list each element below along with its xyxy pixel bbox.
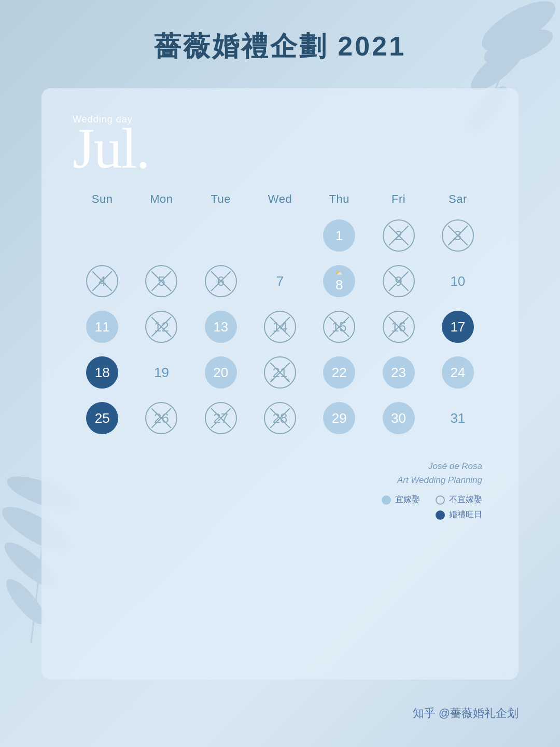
day-num-29: 29 (323, 402, 355, 434)
legend-inauspicious: 不宜嫁娶 (436, 494, 482, 505)
day-sun: Sun (73, 192, 132, 206)
day-num-27: 27 (205, 402, 237, 434)
legend-label-best: 婚禮旺日 (449, 509, 482, 520)
calendar-header: Sun Mon Tue Wed Thu Fri Sar (73, 192, 487, 206)
day-num-31: 31 (442, 402, 474, 434)
day-19: 19 (132, 352, 191, 393)
day-num-24: 24 (442, 356, 474, 389)
day-num-12: 12 (145, 311, 177, 343)
legend-dot-inauspicious (436, 495, 445, 505)
day-7: 7 (250, 261, 310, 301)
day-num-22: 22 (323, 356, 355, 389)
calendar: Sun Mon Tue Wed Thu Fri Sar 1 2 3 4 5 6 … (73, 192, 487, 438)
day-mon: Mon (132, 192, 191, 206)
day-28: 28 (250, 398, 310, 438)
day-sar: Sar (428, 192, 487, 206)
day-26: 26 (132, 398, 191, 438)
legend-items: 宜嫁娶 不宜嫁娶 (73, 494, 482, 505)
day-num-7: 7 (264, 265, 296, 297)
day-num-4: 4 (86, 265, 118, 297)
day-9: 9 (369, 261, 428, 301)
day-num-3: 3 (442, 219, 474, 252)
day-num-5: 5 (145, 265, 177, 297)
day-num-14: 14 (264, 311, 296, 343)
day-num-13: 13 (205, 311, 237, 343)
day-tue: Tue (191, 192, 250, 206)
day-cell-empty4 (250, 215, 310, 256)
day-num-17: 17 (442, 311, 474, 343)
day-21: 21 (250, 352, 310, 393)
day-4: 4 (73, 261, 132, 301)
day-num-20: 20 (205, 356, 237, 389)
day-27: 27 (191, 398, 250, 438)
day-num-19: 19 (145, 356, 177, 389)
legend-row2: 婚禮旺日 (73, 509, 482, 520)
legend-area: José de Rosa Art Wedding Planning 宜嫁娶 不宜… (73, 459, 487, 520)
day-cell-empty1 (73, 215, 132, 256)
day-thu: Thu (310, 192, 369, 206)
day-17: 17 (428, 307, 487, 347)
day-num-9: 9 (383, 265, 415, 297)
legend-dot-auspicious (382, 495, 391, 505)
day-num-10: 10 (442, 265, 474, 297)
day-11: 11 (73, 307, 132, 347)
day-1: 1 (310, 215, 369, 256)
day-18: 18 (73, 352, 132, 393)
day-num-15: 15 (323, 311, 355, 343)
day-22: 22 (310, 352, 369, 393)
day-num-21: 21 (264, 356, 296, 389)
day-num-16: 16 (383, 311, 415, 343)
calendar-card: Wedding day Jul. Sun Mon Tue Wed Thu Fri… (41, 88, 519, 680)
day-wed: Wed (250, 192, 310, 206)
day-30: 30 (369, 398, 428, 438)
day-24: 24 (428, 352, 487, 393)
day-fri: Fri (369, 192, 428, 206)
legend-best: 婚禮旺日 (436, 509, 482, 520)
day-num-25: 25 (86, 402, 118, 434)
day-5: 5 (132, 261, 191, 301)
day-num-26: 26 (145, 402, 177, 434)
day-12: 12 (132, 307, 191, 347)
day-num-2: 2 (383, 219, 415, 252)
day-8: ⛅ 8 (310, 261, 369, 301)
day-20: 20 (191, 352, 250, 393)
day-6: 6 (191, 261, 250, 301)
day-num-11: 11 (86, 311, 118, 343)
legend-label-auspicious: 宜嫁娶 (395, 494, 420, 505)
day-num-30: 30 (383, 402, 415, 434)
day-16: 16 (369, 307, 428, 347)
brand-name: José de Rosa Art Wedding Planning (73, 459, 482, 487)
legend-dot-best (436, 510, 445, 520)
day-15: 15 (310, 307, 369, 347)
day-10: 10 (428, 261, 487, 301)
legend-auspicious: 宜嫁娶 (382, 494, 420, 505)
month-title: Jul. (73, 120, 487, 177)
day-25: 25 (73, 398, 132, 438)
day-num-8: ⛅ 8 (323, 265, 355, 297)
legend-label-inauspicious: 不宜嫁娶 (449, 494, 482, 505)
day-cell-empty2 (132, 215, 191, 256)
day-cell-empty3 (191, 215, 250, 256)
page-title: 薔薇婚禮企劃 2021 (0, 29, 560, 65)
calendar-grid: 1 2 3 4 5 6 7 ⛅ 8 9 10 11 12 13 14 15 16… (73, 215, 487, 438)
watermark: 知乎 @薔薇婚礼企划 (413, 706, 519, 721)
day-29: 29 (310, 398, 369, 438)
day-2: 2 (369, 215, 428, 256)
day-num-1: 1 (323, 219, 355, 252)
day-num-6: 6 (205, 265, 237, 297)
day-31: 31 (428, 398, 487, 438)
day-13: 13 (191, 307, 250, 347)
day-num-28: 28 (264, 402, 296, 434)
day-num-18: 18 (86, 356, 118, 389)
day-14: 14 (250, 307, 310, 347)
day-3: 3 (428, 215, 487, 256)
day-23: 23 (369, 352, 428, 393)
day-num-23: 23 (383, 356, 415, 389)
